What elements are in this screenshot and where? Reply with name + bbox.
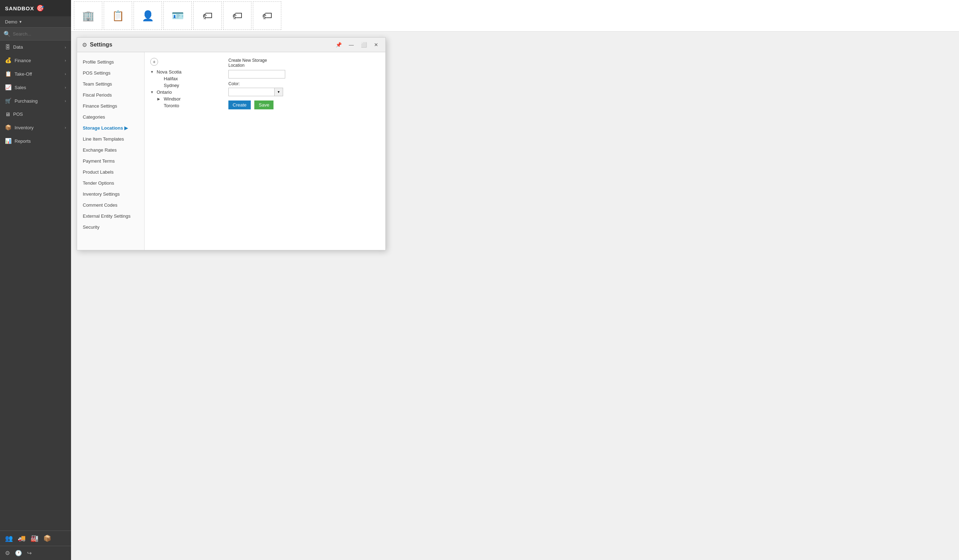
settings-nav-security[interactable]: Security — [77, 221, 144, 232]
sidebar-footer-icons: ⚙🕐↪ — [0, 546, 71, 560]
tree-node-row[interactable]: ▼Nova Scotia — [150, 68, 221, 75]
sidebar-bottom-icon-1[interactable]: 🚚 — [18, 535, 25, 542]
sidebar-bottom-icon-2[interactable]: 🏭 — [30, 535, 38, 542]
settings-nav-external-entity-settings[interactable]: External Entity Settings — [77, 211, 144, 221]
save-button[interactable]: Save — [254, 100, 274, 109]
toolbar-icon-tag1[interactable]: 🏷 — [193, 2, 221, 30]
tree-node-row[interactable]: Halifax — [157, 75, 221, 82]
tree-add-button[interactable]: + — [150, 58, 158, 66]
sidebar-item-left-purchasing: 🛒 Purchasing — [5, 98, 38, 104]
tree-node-label: Toronto — [164, 103, 179, 108]
sidebar-item-sales[interactable]: 📈 Sales › — [0, 81, 71, 94]
sidebar-item-left-sales: 📈 Sales — [5, 84, 26, 91]
sidebar: SANDBOX 🎯 Demo ▼ 🔍 🗄 Data › 💰 Finance › … — [0, 0, 71, 560]
tree-toggle-icon: ▼ — [150, 90, 155, 94]
sidebar-footer-icon-2[interactable]: ↪ — [27, 550, 32, 557]
sidebar-label-finance: Finance — [14, 58, 31, 63]
tree-node-label: Nova Scotia — [157, 69, 182, 75]
sidebar-icon-take-off: 📋 — [5, 71, 12, 77]
sidebar-icon-reports: 📊 — [5, 138, 12, 144]
tree-node: Sydney — [157, 82, 221, 89]
main-content: 🏢📋👤🪪🏷🏷🏷 2 Comp... — [71, 0, 959, 560]
tree-node-row[interactable]: Toronto — [157, 102, 221, 109]
sidebar-footer-icon-1[interactable]: 🕐 — [15, 550, 22, 557]
tree-node-label: Halifax — [164, 76, 178, 81]
sidebar-label-inventory: Inventory — [14, 125, 33, 130]
modal-maximize-button[interactable]: ⬜ — [359, 41, 369, 48]
sidebar-item-pos[interactable]: 🖥 POS — [0, 108, 71, 121]
settings-nav-team-settings[interactable]: Team Settings — [77, 78, 144, 89]
settings-nav-exchange-rates[interactable]: Exchange Rates — [77, 145, 144, 156]
settings-modal-titlebar: ⚙ Settings 📌 — ⬜ ✕ — [77, 38, 386, 52]
tree-node-row[interactable]: ▶Windsor — [157, 95, 221, 102]
sidebar-arrow-finance: › — [65, 58, 66, 62]
settings-modal: ⚙ Settings 📌 — ⬜ ✕ Profile SettingsPOS S… — [77, 37, 386, 250]
sidebar-item-left-inventory: 📦 Inventory — [5, 124, 33, 130]
modal-minimize-button[interactable]: — — [347, 41, 356, 48]
sidebar-item-left-data: 🗄 Data — [5, 44, 23, 50]
settings-nav-pos-settings[interactable]: POS Settings — [77, 67, 144, 78]
search-input[interactable] — [13, 31, 67, 37]
settings-nav-tender-options[interactable]: Tender Options — [77, 178, 144, 189]
toolbar-icon-person[interactable]: 👤 — [134, 2, 162, 30]
settings-nav-payment-terms[interactable]: Payment Terms — [77, 156, 144, 167]
tree-root: ▼Nova ScotiaHalifaxSydney▼Ontario▶Windso… — [150, 68, 221, 109]
sidebar-bottom-icons: 👥🚚🏭📦 — [0, 531, 71, 546]
settings-nav-comment-codes[interactable]: Comment Codes — [77, 200, 144, 211]
tree-children: HalifaxSydney — [150, 75, 221, 89]
sidebar-label-purchasing: Purchasing — [14, 99, 38, 104]
settings-nav-profile-settings[interactable]: Profile Settings — [77, 56, 144, 67]
sidebar-item-purchasing[interactable]: 🛒 Purchasing › — [0, 94, 71, 108]
settings-nav-fiscal-periods[interactable]: Fiscal Periods — [77, 89, 144, 100]
create-form-title-label: Create New Storage — [228, 58, 267, 63]
color-input[interactable] — [228, 88, 274, 96]
settings-nav-finance-settings[interactable]: Finance Settings — [77, 100, 144, 111]
sidebar-user[interactable]: Demo ▼ — [0, 16, 71, 28]
sidebar-icon-finance: 💰 — [5, 57, 12, 64]
modal-close-button[interactable]: ✕ — [372, 41, 381, 48]
sidebar-footer-icon-0[interactable]: ⚙ — [5, 550, 10, 557]
tree-node-row[interactable]: ▼Ontario — [150, 89, 221, 95]
tree-children: ▶WindsorToronto — [150, 95, 221, 109]
tree-node: ▼Ontario▶WindsorToronto — [150, 89, 221, 109]
modal-pin-button[interactable]: 📌 — [333, 41, 344, 48]
sidebar-header: SANDBOX 🎯 — [0, 0, 71, 16]
settings-right-content: + ▼Nova ScotiaHalifaxSydney▼Ontario▶Wind… — [145, 52, 386, 250]
sidebar-label-data: Data — [13, 45, 23, 50]
sidebar-bottom-icon-3[interactable]: 📦 — [43, 535, 51, 542]
sidebar-item-left-pos: 🖥 POS — [5, 111, 23, 117]
toolbar-row: 🏢📋👤🪪🏷🏷🏷 — [71, 0, 959, 32]
sidebar-search-container: 🔍 — [0, 28, 71, 40]
sidebar-item-inventory[interactable]: 📦 Inventory › — [0, 121, 71, 134]
settings-nav-categories[interactable]: Categories — [77, 111, 144, 123]
sidebar-item-data[interactable]: 🗄 Data › — [0, 40, 71, 54]
sidebar-label-take-off: Take-Off — [14, 72, 32, 77]
toolbar-icon-contacts[interactable]: 📋 — [104, 2, 132, 30]
create-form-color-label: Color: — [228, 81, 240, 86]
sidebar-label-pos: POS — [13, 111, 23, 117]
sidebar-icon-sales: 📈 — [5, 84, 12, 91]
settings-nav-inventory-settings[interactable]: Inventory Settings — [77, 189, 144, 200]
color-dropdown-button[interactable]: ▼ — [274, 88, 283, 96]
sidebar-item-finance[interactable]: 💰 Finance › — [0, 54, 71, 67]
sidebar-arrow-sales: › — [65, 85, 66, 89]
toolbar-icon-building[interactable]: 🏢 — [74, 2, 102, 30]
settings-nav-product-labels[interactable]: Product Labels — [77, 167, 144, 178]
sidebar-item-reports[interactable]: 📊 Reports — [0, 134, 71, 148]
storage-location-name-input[interactable] — [228, 70, 285, 78]
settings-left-nav: Profile SettingsPOS SettingsTeam Setting… — [77, 52, 145, 250]
toolbar-icon-tag2[interactable]: 🏷 — [223, 2, 252, 30]
sidebar-bottom-icon-0[interactable]: 👥 — [5, 535, 13, 542]
settings-nav-line-item-templates[interactable]: Line Item Templates — [77, 134, 144, 145]
toolbar-icon-tag3[interactable]: 🏷 — [253, 2, 281, 30]
settings-modal-title: Settings — [90, 41, 331, 48]
settings-nav-storage-locations[interactable]: Storage Locations — [77, 123, 144, 134]
create-button[interactable]: Create — [228, 100, 251, 109]
tree-node-label: Sydney — [164, 83, 179, 88]
sidebar-logo-text: SANDBOX — [5, 5, 34, 11]
tree-node: Halifax — [157, 75, 221, 82]
toolbar-icon-id-card[interactable]: 🪪 — [163, 2, 192, 30]
sidebar-icon-data: 🗄 — [5, 44, 10, 50]
tree-node-row[interactable]: Sydney — [157, 82, 221, 89]
sidebar-item-take-off[interactable]: 📋 Take-Off › — [0, 67, 71, 81]
